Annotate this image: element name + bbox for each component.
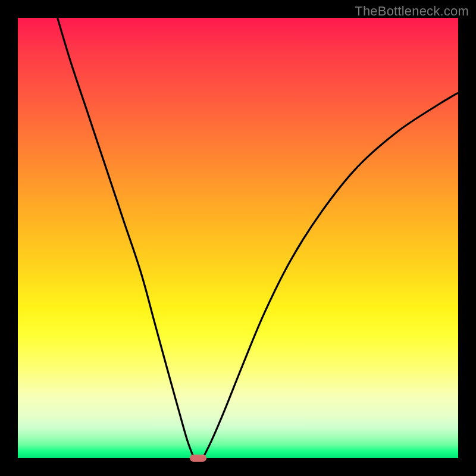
- chart-frame: TheBottleneck.com: [0, 0, 476, 476]
- bottleneck-curve: [18, 18, 458, 458]
- optimal-marker: [190, 455, 206, 462]
- curve-right-branch: [203, 93, 458, 458]
- watermark-text: TheBottleneck.com: [355, 4, 469, 19]
- curve-left-branch: [58, 18, 194, 458]
- plot-area: [18, 18, 458, 458]
